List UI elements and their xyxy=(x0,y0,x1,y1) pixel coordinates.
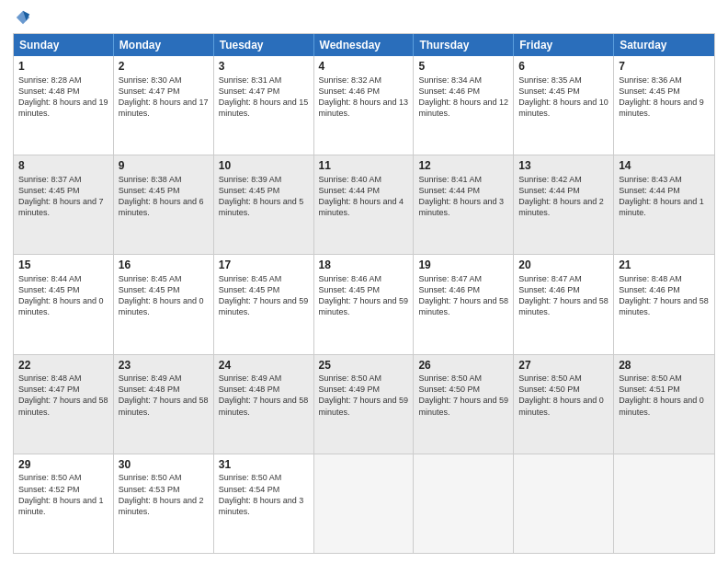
header-cell-tuesday: Tuesday xyxy=(214,34,314,56)
cell-sunset: Sunset: 4:45 PM xyxy=(518,86,609,97)
cell-sunrise: Sunrise: 8:50 AM xyxy=(418,373,508,384)
day-number: 20 xyxy=(518,259,609,273)
cell-sunset: Sunset: 4:47 PM xyxy=(18,384,108,395)
cell-daylight: Daylight: 8 hours and 6 minutes. xyxy=(119,196,209,218)
cell-daylight: Daylight: 8 hours and 5 minutes. xyxy=(219,196,309,218)
cal-cell: 29 Sunrise: 8:50 AM Sunset: 4:52 PM Dayl… xyxy=(14,454,114,553)
cell-sunrise: Sunrise: 8:45 AM xyxy=(119,273,209,284)
cal-cell: 2 Sunrise: 8:30 AM Sunset: 4:47 PM Dayli… xyxy=(114,56,214,155)
cell-sunrise: Sunrise: 8:36 AM xyxy=(619,75,710,86)
day-number: 18 xyxy=(319,259,409,273)
cell-sunset: Sunset: 4:48 PM xyxy=(119,384,209,395)
cal-cell: 18 Sunrise: 8:46 AM Sunset: 4:45 PM Dayl… xyxy=(314,255,415,353)
cell-daylight: Daylight: 8 hours and 13 minutes. xyxy=(319,97,409,119)
logo-icon xyxy=(15,9,31,26)
header-cell-friday: Friday xyxy=(514,34,614,56)
day-number: 11 xyxy=(319,159,409,174)
cal-cell xyxy=(614,454,714,553)
cell-daylight: Daylight: 8 hours and 15 minutes. xyxy=(219,97,309,119)
day-number: 17 xyxy=(219,259,309,273)
day-number: 16 xyxy=(119,259,209,273)
cell-daylight: Daylight: 7 hours and 58 minutes. xyxy=(518,295,609,317)
cell-sunrise: Sunrise: 8:50 AM xyxy=(319,373,409,384)
cell-daylight: Daylight: 8 hours and 1 minute. xyxy=(18,495,108,517)
day-number: 22 xyxy=(18,359,108,373)
cal-cell: 4 Sunrise: 8:32 AM Sunset: 4:46 PM Dayli… xyxy=(314,56,415,155)
cell-sunrise: Sunrise: 8:50 AM xyxy=(119,472,209,483)
cell-sunset: Sunset: 4:48 PM xyxy=(219,384,309,395)
cal-cell xyxy=(514,454,614,553)
day-number: 29 xyxy=(18,458,108,473)
calendar: SundayMondayTuesdayWednesdayThursdayFrid… xyxy=(13,33,715,554)
cal-cell: 24 Sunrise: 8:49 AM Sunset: 4:48 PM Dayl… xyxy=(214,355,314,454)
cell-daylight: Daylight: 8 hours and 2 minutes. xyxy=(518,196,609,218)
cell-sunrise: Sunrise: 8:44 AM xyxy=(18,273,108,284)
day-number: 7 xyxy=(619,60,710,75)
day-number: 24 xyxy=(219,359,309,373)
day-number: 4 xyxy=(319,60,409,75)
cal-cell: 13 Sunrise: 8:42 AM Sunset: 4:44 PM Dayl… xyxy=(514,155,614,254)
cell-sunset: Sunset: 4:45 PM xyxy=(219,284,309,295)
week-row-4: 29 Sunrise: 8:50 AM Sunset: 4:52 PM Dayl… xyxy=(14,454,714,553)
cell-sunset: Sunset: 4:45 PM xyxy=(319,284,409,295)
cell-sunrise: Sunrise: 8:49 AM xyxy=(219,373,309,384)
cell-sunset: Sunset: 4:53 PM xyxy=(119,484,209,495)
cell-daylight: Daylight: 8 hours and 0 minutes. xyxy=(518,395,609,417)
day-number: 19 xyxy=(418,259,508,273)
cell-sunset: Sunset: 4:44 PM xyxy=(319,185,409,196)
cal-cell: 31 Sunrise: 8:50 AM Sunset: 4:54 PM Dayl… xyxy=(214,454,314,553)
cal-cell: 20 Sunrise: 8:47 AM Sunset: 4:46 PM Dayl… xyxy=(514,255,614,353)
cal-cell: 22 Sunrise: 8:48 AM Sunset: 4:47 PM Dayl… xyxy=(14,355,114,454)
cell-daylight: Daylight: 7 hours and 58 minutes. xyxy=(418,295,508,317)
cell-daylight: Daylight: 8 hours and 0 minutes. xyxy=(18,295,108,317)
cell-sunset: Sunset: 4:45 PM xyxy=(619,86,710,97)
cell-daylight: Daylight: 7 hours and 59 minutes. xyxy=(319,395,409,417)
cell-daylight: Daylight: 7 hours and 58 minutes. xyxy=(18,395,108,417)
cal-cell: 10 Sunrise: 8:39 AM Sunset: 4:45 PM Dayl… xyxy=(214,155,314,254)
cell-daylight: Daylight: 7 hours and 58 minutes. xyxy=(619,295,710,317)
cell-sunrise: Sunrise: 8:48 AM xyxy=(18,373,108,384)
cell-daylight: Daylight: 8 hours and 1 minute. xyxy=(619,196,710,218)
cal-cell xyxy=(314,454,415,553)
logo xyxy=(13,9,31,26)
cal-cell: 1 Sunrise: 8:28 AM Sunset: 4:48 PM Dayli… xyxy=(14,56,114,155)
cell-sunrise: Sunrise: 8:31 AM xyxy=(219,75,309,86)
cell-sunset: Sunset: 4:46 PM xyxy=(418,86,508,97)
header xyxy=(13,9,715,26)
cell-sunrise: Sunrise: 8:38 AM xyxy=(119,174,209,185)
day-number: 25 xyxy=(319,359,409,373)
cell-daylight: Daylight: 8 hours and 10 minutes. xyxy=(518,97,609,119)
cell-sunrise: Sunrise: 8:35 AM xyxy=(518,75,609,86)
cell-sunrise: Sunrise: 8:46 AM xyxy=(319,273,409,284)
cell-daylight: Daylight: 7 hours and 59 minutes. xyxy=(319,295,409,317)
cell-sunset: Sunset: 4:49 PM xyxy=(319,384,409,395)
cell-sunrise: Sunrise: 8:48 AM xyxy=(619,273,710,284)
cell-sunrise: Sunrise: 8:49 AM xyxy=(119,373,209,384)
cell-daylight: Daylight: 8 hours and 2 minutes. xyxy=(119,495,209,517)
cell-daylight: Daylight: 8 hours and 3 minutes. xyxy=(418,196,508,218)
day-number: 8 xyxy=(18,159,108,174)
week-row-2: 15 Sunrise: 8:44 AM Sunset: 4:45 PM Dayl… xyxy=(14,254,714,353)
day-number: 12 xyxy=(418,159,508,174)
cell-sunrise: Sunrise: 8:50 AM xyxy=(219,472,309,483)
day-number: 30 xyxy=(119,458,209,473)
cell-sunrise: Sunrise: 8:30 AM xyxy=(119,75,209,86)
day-number: 31 xyxy=(219,458,309,473)
cell-daylight: Daylight: 7 hours and 58 minutes. xyxy=(219,395,309,417)
cell-sunset: Sunset: 4:44 PM xyxy=(619,185,710,196)
cell-daylight: Daylight: 8 hours and 12 minutes. xyxy=(418,97,508,119)
day-number: 28 xyxy=(619,359,710,373)
day-number: 3 xyxy=(219,60,309,75)
day-number: 13 xyxy=(518,159,609,174)
cell-daylight: Daylight: 8 hours and 9 minutes. xyxy=(619,97,710,119)
cell-sunset: Sunset: 4:45 PM xyxy=(219,185,309,196)
cal-cell: 5 Sunrise: 8:34 AM Sunset: 4:46 PM Dayli… xyxy=(414,56,514,155)
cal-cell: 15 Sunrise: 8:44 AM Sunset: 4:45 PM Dayl… xyxy=(14,255,114,353)
cal-cell: 17 Sunrise: 8:45 AM Sunset: 4:45 PM Dayl… xyxy=(214,255,314,353)
cell-sunrise: Sunrise: 8:47 AM xyxy=(518,273,609,284)
cell-sunset: Sunset: 4:45 PM xyxy=(18,185,108,196)
cell-sunset: Sunset: 4:45 PM xyxy=(119,185,209,196)
cell-sunrise: Sunrise: 8:43 AM xyxy=(619,174,710,185)
cell-daylight: Daylight: 7 hours and 59 minutes. xyxy=(418,395,508,417)
cell-daylight: Daylight: 8 hours and 0 minutes. xyxy=(619,395,710,417)
